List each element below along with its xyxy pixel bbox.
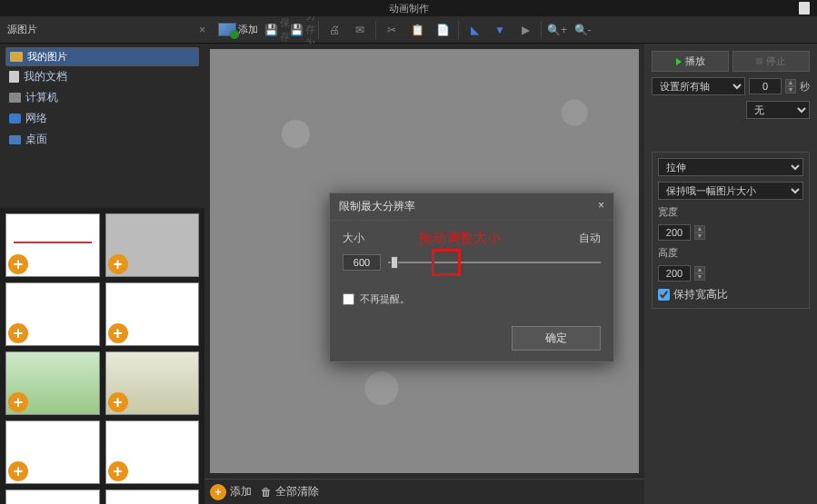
duration-input[interactable] (749, 78, 782, 94)
stop-button[interactable]: 停止 (732, 51, 810, 72)
dont-remind-checkbox[interactable]: 不再提醒。 (343, 292, 601, 306)
stop-square-icon (756, 58, 762, 64)
app-title: 动画制作 (389, 3, 429, 14)
save-icon: 💾 (264, 24, 278, 36)
dialog-title: 限制最大分辨率 (339, 199, 415, 214)
add-icon[interactable]: + (108, 254, 128, 274)
height-spinner[interactable]: ▲▼ (694, 266, 705, 281)
thumbnail-item[interactable]: + (105, 213, 200, 277)
width-label: 宽度 (658, 205, 803, 219)
seconds-label: 秒 (800, 80, 810, 94)
save-button[interactable]: 💾保存 (265, 18, 289, 42)
add-icon[interactable]: + (108, 461, 128, 481)
ok-button[interactable]: 确定 (512, 326, 601, 351)
auto-label: 自动 (579, 231, 601, 246)
close-icon[interactable]: × (598, 199, 604, 214)
tree-header: 源图片 (7, 23, 37, 36)
add-icon[interactable]: + (108, 323, 128, 343)
play-toolbar-button[interactable]: ▶ (513, 18, 537, 42)
height-input[interactable] (658, 265, 691, 282)
keep-size-select[interactable]: 保持哦一幅图片大小 (658, 182, 803, 200)
document-icon (9, 71, 19, 83)
scissors-icon: ✂ (387, 24, 396, 36)
play-triangle-icon (676, 58, 682, 65)
printer-icon: 🖨 (329, 24, 340, 36)
right-panel: 播放 停止 设置所有轴 ▲▼ 秒 无 拉伸 保持哦一幅图片大小 宽度 ▲▼ (644, 44, 817, 504)
thumbnail-item[interactable]: + (5, 351, 100, 415)
tree-item-network[interactable]: 网络 (5, 108, 199, 129)
add-icon[interactable]: + (8, 254, 28, 274)
axis-select[interactable]: 设置所有轴 (652, 77, 745, 95)
play-icon: ▶ (522, 24, 530, 36)
thumbnail-item[interactable]: + (105, 489, 200, 504)
tree-item-my-pictures[interactable]: 我的图片 (5, 47, 199, 66)
add-icon[interactable]: + (8, 461, 28, 481)
height-label: 高度 (658, 246, 803, 260)
keep-ratio-checkbox[interactable]: 保持宽高比 (658, 287, 803, 302)
thumbnail-item[interactable]: + (105, 351, 200, 415)
left-panel: 我的图片 我的文档 计算机 网络 桌面 (0, 44, 204, 504)
add-image-icon (218, 23, 236, 36)
triangle-down-icon: ▼ (494, 24, 505, 36)
desktop-icon (9, 135, 21, 144)
folder-icon (10, 52, 23, 62)
play-button[interactable]: 播放 (652, 51, 729, 72)
width-spinner[interactable]: ▲▼ (694, 225, 705, 240)
copy-icon: 📋 (411, 24, 424, 36)
annotation-box (432, 249, 461, 276)
zoom-in-icon: 🔍+ (547, 24, 567, 36)
paste-button[interactable]: 📄 (431, 18, 454, 42)
stretch-select[interactable]: 拉伸 (658, 158, 803, 176)
zoom-out-button[interactable]: 🔍- (571, 18, 594, 42)
thumbnail-item[interactable]: + (5, 213, 100, 277)
size-section: 拉伸 保持哦一幅图片大小 宽度 ▲▼ 高度 ▲▼ 保持宽高比 (652, 152, 810, 309)
duration-spinner[interactable]: ▲▼ (785, 79, 796, 94)
add-icon[interactable]: + (8, 323, 28, 343)
zoom-out-icon: 🔍- (574, 24, 592, 36)
loop-select[interactable]: 无 (746, 101, 810, 119)
paste-icon: 📄 (436, 24, 450, 36)
add-button[interactable]: 添加 (213, 18, 264, 42)
title-bar: 动画制作 (0, 0, 817, 16)
save-as-icon: 💾 (290, 24, 304, 36)
resolution-dialog: 限制最大分辨率 × 大小 拖动调整大小 自动 不再提醒。 确定 (329, 193, 614, 362)
network-icon (9, 114, 21, 124)
clear-all-button[interactable]: 🗑 全部清除 (261, 484, 319, 499)
trash-icon: 🗑 (261, 486, 272, 499)
print-button[interactable]: 🖨 (323, 18, 346, 42)
triangle-left-icon: ◣ (471, 24, 479, 36)
save-as-button[interactable]: 💾另存为 (291, 18, 314, 42)
add-icon[interactable]: + (8, 392, 28, 412)
size-input[interactable] (343, 254, 381, 271)
width-input[interactable] (658, 224, 691, 241)
thumbnail-item[interactable]: + (5, 420, 100, 484)
frame-strip: + 添加 🗑 全部清除 (204, 479, 644, 504)
mail-icon: ✉ (355, 24, 364, 36)
size-label: 大小 (343, 231, 364, 246)
add-icon[interactable]: + (108, 392, 128, 412)
zoom-in-button[interactable]: 🔍+ (545, 18, 569, 42)
flip-v-button[interactable]: ▼ (488, 18, 512, 42)
thumbnail-item[interactable]: + (105, 420, 200, 484)
computer-icon (9, 93, 21, 103)
cut-button[interactable]: ✂ (380, 18, 404, 42)
source-tree: 我的图片 我的文档 计算机 网络 桌面 (0, 44, 204, 153)
copy-button[interactable]: 📋 (405, 18, 429, 42)
flip-h-button[interactable]: ◣ (463, 18, 486, 42)
add-frame-button[interactable]: + 添加 (210, 484, 252, 500)
tree-item-computer[interactable]: 计算机 (5, 87, 199, 108)
tree-item-desktop[interactable]: 桌面 (5, 129, 199, 150)
mail-button[interactable]: ✉ (348, 18, 372, 42)
thumbnail-item[interactable]: + (105, 282, 200, 346)
thumbnail-grid[interactable]: + + + + + + + + + + (0, 208, 204, 504)
size-slider[interactable] (388, 262, 601, 263)
main-toolbar: 源图片 × 添加 💾保存 💾另存为 🖨 ✉ ✂ 📋 📄 ◣ ▼ ▶ 🔍+ 🔍- (0, 16, 817, 44)
plus-icon: + (210, 484, 226, 500)
annotation-text: 拖动调整大小 (419, 230, 501, 247)
thumbnail-item[interactable]: + (5, 282, 100, 346)
tree-close-icon[interactable]: × (199, 24, 205, 36)
slider-handle[interactable] (391, 256, 398, 269)
document-icon (799, 2, 810, 15)
tree-item-my-documents[interactable]: 我的文档 (5, 66, 199, 87)
thumbnail-item[interactable]: + (5, 489, 100, 504)
